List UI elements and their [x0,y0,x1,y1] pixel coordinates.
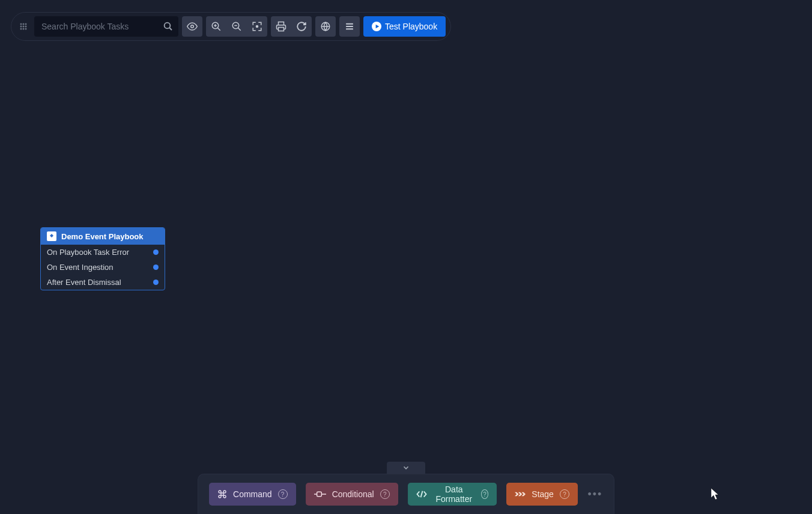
command-button[interactable]: Command ? [209,483,296,506]
connector-dot[interactable] [153,265,159,270]
svg-point-0 [20,23,22,25]
print-icon [276,21,286,32]
search-input[interactable] [39,18,163,35]
svg-point-2 [25,23,27,25]
node-row[interactable]: After Event Dismissal [41,275,165,290]
svg-point-4 [23,26,25,28]
zoom-group [206,16,267,37]
zoom-in-icon [211,21,222,32]
data-formatter-button[interactable]: Data Formatter ? [408,483,497,506]
svg-point-5 [25,26,27,28]
code-icon [416,490,427,498]
print-button[interactable] [271,16,291,37]
top-toolbar: Test Playbook [11,12,451,41]
globe-button[interactable] [315,16,336,37]
svg-rect-25 [346,28,353,29]
node-row[interactable]: On Playbook Task Error [41,245,165,260]
svg-rect-20 [279,28,284,31]
drag-handle-icon[interactable] [16,19,31,34]
svg-point-8 [25,28,27,30]
svg-point-19 [256,26,258,28]
palette: Command ? Conditional ? [198,474,614,514]
svg-line-13 [217,28,220,31]
svg-marker-33 [522,492,526,497]
svg-point-7 [23,28,25,30]
svg-point-3 [20,26,22,28]
svg-point-9 [165,23,171,29]
palette-wrapper: Command ? Conditional ? [198,462,614,514]
more-options-button[interactable]: ••• [587,485,603,504]
connector-dot[interactable] [153,280,159,285]
svg-marker-32 [518,492,523,497]
fit-screen-icon [252,21,262,32]
chevron-down-icon [402,464,410,472]
node-title: Demo Event Playbook [61,232,144,241]
search-container [34,16,178,37]
svg-marker-31 [515,492,519,497]
node-row-label: After Event Dismissal [47,278,121,287]
play-icon [372,22,381,31]
test-playbook-label: Test Playbook [385,22,437,31]
svg-rect-28 [317,492,321,497]
refresh-icon [296,21,307,32]
svg-point-1 [23,23,25,25]
eye-icon [187,21,198,32]
svg-line-10 [169,28,172,30]
help-icon[interactable]: ? [560,489,569,499]
connector-dot[interactable] [153,249,159,255]
conditional-icon [314,490,326,498]
svg-point-11 [191,25,194,28]
node-row[interactable]: On Event Ingestion [41,260,165,275]
svg-rect-24 [346,26,353,27]
playbook-icon [47,231,56,241]
search-icon[interactable] [163,21,174,32]
node-row-label: On Event Ingestion [47,263,114,272]
zoom-in-button[interactable] [206,16,226,37]
list-icon [345,22,354,31]
node-row-label: On Playbook Task Error [47,248,129,257]
list-button[interactable] [339,16,360,37]
command-label: Command [233,489,272,499]
visibility-button[interactable] [182,16,202,37]
action-group [271,16,312,37]
globe-icon [320,21,331,32]
formatter-label: Data Formatter [433,485,475,504]
svg-rect-23 [346,23,353,25]
mouse-cursor-icon [711,488,721,500]
playbook-node[interactable]: Demo Event Playbook On Playbook Task Err… [40,227,165,290]
command-icon [217,489,227,499]
svg-point-6 [20,28,22,30]
help-icon[interactable]: ? [380,489,390,499]
svg-line-17 [238,28,241,31]
conditional-label: Conditional [332,489,374,499]
fit-button[interactable] [247,16,267,37]
svg-marker-26 [375,25,379,28]
conditional-button[interactable]: Conditional ? [306,483,398,506]
refresh-button[interactable] [291,16,312,37]
zoom-out-button[interactable] [226,16,247,37]
palette-toggle-button[interactable] [387,462,425,474]
more-icon: ••• [587,488,602,501]
svg-line-30 [420,491,422,498]
stage-label: Stage [532,489,554,499]
help-icon[interactable]: ? [481,489,488,499]
test-playbook-button[interactable]: Test Playbook [363,16,446,37]
node-header[interactable]: Demo Event Playbook [41,228,165,245]
help-icon[interactable]: ? [278,489,288,499]
zoom-out-icon [231,21,242,32]
stage-button[interactable]: Stage ? [506,483,578,506]
stage-icon [515,491,526,498]
